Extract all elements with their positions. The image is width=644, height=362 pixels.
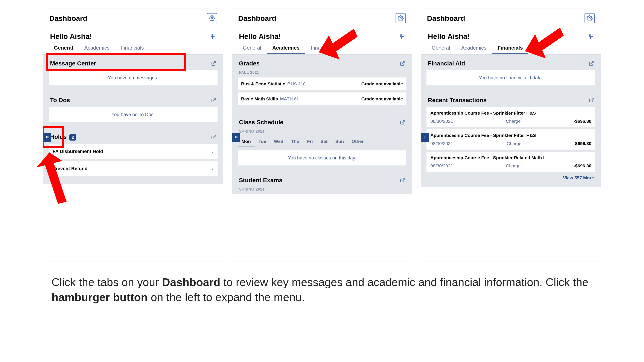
- tab-financials[interactable]: Financials: [115, 42, 150, 54]
- chevron-right-icon: ›: [212, 149, 214, 154]
- svg-point-32: [590, 37, 591, 38]
- greeting-text: Hello Aisha!: [50, 32, 92, 40]
- tab-academics[interactable]: Academics: [267, 42, 305, 54]
- hamburger-button[interactable]: [421, 133, 429, 142]
- day-tab-wed[interactable]: Wed: [270, 136, 287, 147]
- svg-point-2: [212, 34, 213, 35]
- empty-messages: You have no messages.: [49, 70, 218, 85]
- transactions-title: Recent Transactions: [428, 97, 486, 104]
- grades-term: FALL 2021: [232, 70, 412, 77]
- greeting-text: Hello Aisha!: [239, 32, 281, 40]
- tab-academics[interactable]: Academics: [456, 42, 492, 54]
- gear-icon[interactable]: [584, 13, 595, 23]
- page-title: Dashboard: [427, 14, 465, 22]
- svg-point-0: [211, 17, 212, 19]
- panel-academics: Dashboard Hello Aisha! General Academics…: [232, 8, 412, 262]
- tab-academics[interactable]: Academics: [78, 42, 115, 54]
- financial-aid-title: Financial Aid: [428, 60, 465, 67]
- tab-general[interactable]: General: [48, 42, 78, 54]
- popout-icon[interactable]: [589, 98, 594, 103]
- svg-point-17: [403, 36, 404, 37]
- svg-line-8: [213, 98, 216, 101]
- transaction-row: Apprenticeship Course Fee - Sprinkler Fi…: [426, 107, 595, 127]
- schedule-title: Class Schedule: [239, 119, 284, 126]
- popout-icon[interactable]: [211, 135, 216, 140]
- popout-icon[interactable]: [400, 61, 405, 66]
- exams-title: Student Exams: [239, 177, 282, 184]
- svg-line-20: [402, 62, 404, 64]
- svg-line-7: [213, 62, 216, 64]
- popout-icon[interactable]: [400, 178, 405, 183]
- empty-financial-aid: You have no financial aid data.: [426, 70, 595, 85]
- message-center-title: Message Center: [50, 60, 96, 67]
- page-title: Dashboard: [49, 14, 88, 22]
- svg-point-4: [214, 36, 215, 37]
- day-tab-thu[interactable]: Thu: [287, 136, 303, 147]
- schedule-term: SPRING 2021: [232, 129, 412, 136]
- chevron-right-icon: ›: [212, 166, 214, 171]
- tab-financials[interactable]: Financials: [492, 42, 528, 54]
- panel-financials: Dashboard Hello Aisha! General Academics…: [421, 8, 601, 262]
- sliders-icon[interactable]: [588, 33, 594, 39]
- day-tab-sat[interactable]: Sat: [317, 136, 332, 147]
- day-tab-fri[interactable]: Fri: [303, 136, 317, 147]
- svg-point-15: [400, 34, 402, 35]
- instruction-caption: Click the tabs on your Dashboard to revi…: [0, 266, 644, 313]
- svg-line-22: [402, 178, 404, 181]
- svg-line-34: [591, 98, 593, 101]
- tab-general[interactable]: General: [237, 42, 267, 54]
- transaction-row: Apprenticeship Course Fee - Sprinkler Re…: [426, 152, 595, 172]
- popout-icon[interactable]: [211, 61, 216, 66]
- transaction-row: Apprenticeship Course Fee - Sprinkler Fi…: [426, 129, 595, 150]
- day-tab-tue[interactable]: Tue: [255, 136, 270, 147]
- gear-icon[interactable]: [207, 13, 217, 23]
- page-title: Dashboard: [238, 14, 276, 22]
- sliders-icon[interactable]: [399, 33, 405, 39]
- holds-count-badge: 2: [69, 134, 76, 141]
- todos-title: To Dos: [50, 97, 70, 104]
- exams-term: SPRING 2021: [232, 187, 412, 194]
- day-tab-other[interactable]: Other: [348, 136, 368, 147]
- holds-title: Holds: [50, 133, 67, 140]
- popout-icon[interactable]: [400, 120, 405, 125]
- grades-title: Grades: [239, 60, 260, 67]
- svg-point-19: [401, 37, 402, 38]
- svg-line-33: [591, 62, 593, 64]
- view-more-link[interactable]: View 557 More: [563, 175, 594, 180]
- grade-row: Bus & Econ StatisticBUS 210 Grade not av…: [238, 77, 406, 90]
- svg-point-13: [400, 17, 402, 19]
- svg-point-30: [592, 36, 592, 37]
- svg-point-6: [212, 37, 213, 38]
- hold-item[interactable]: Prevent Refund ›: [49, 161, 218, 176]
- popout-icon[interactable]: [211, 98, 216, 103]
- svg-line-21: [402, 120, 404, 123]
- gear-icon[interactable]: [396, 13, 406, 23]
- tab-general[interactable]: General: [426, 42, 456, 54]
- panel-general: Dashboard Hello Aisha! General Academics…: [43, 8, 223, 262]
- popout-icon[interactable]: [589, 61, 594, 66]
- hold-item[interactable]: FA Disbursement Hold ›: [49, 144, 218, 159]
- grade-row: Basic Math SkillsMATH 81 Grade not avail…: [238, 92, 406, 105]
- tab-financials[interactable]: Financials: [305, 42, 340, 54]
- empty-schedule: You have no classes on this day.: [238, 150, 406, 165]
- day-tab-sun[interactable]: Sun: [332, 136, 348, 147]
- empty-todos: You have no To Dos.: [49, 107, 218, 122]
- svg-line-9: [213, 135, 216, 138]
- sliders-icon[interactable]: [210, 33, 216, 39]
- svg-point-26: [589, 17, 590, 19]
- hamburger-button[interactable]: [43, 133, 51, 142]
- greeting-text: Hello Aisha!: [428, 32, 470, 40]
- hamburger-button[interactable]: [232, 133, 240, 142]
- svg-point-28: [590, 34, 590, 35]
